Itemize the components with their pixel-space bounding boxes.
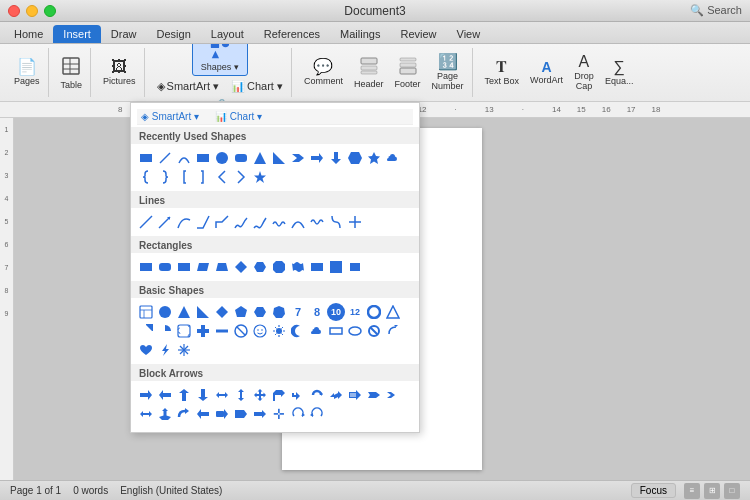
basic-heart[interactable] <box>137 341 155 359</box>
arrow-v-right[interactable] <box>384 386 402 404</box>
basic-oval-outline[interactable] <box>346 322 364 340</box>
dropcap-button[interactable]: A Drop Cap <box>570 52 598 93</box>
focus-button[interactable]: Focus <box>631 483 676 498</box>
basic-triangle[interactable] <box>175 303 193 321</box>
tab-insert[interactable]: Insert <box>53 25 101 43</box>
shapes-button[interactable]: Shapes ▾ <box>192 44 248 76</box>
smartart-dropdown-btn[interactable]: ◈ SmartArt ▾ <box>141 111 199 122</box>
arrow-curved-right[interactable] <box>327 386 345 404</box>
rect-solid2[interactable] <box>327 258 345 276</box>
comment-button[interactable]: 💬 Comment <box>300 52 347 93</box>
equation-button[interactable]: ∑ Equa... <box>601 52 638 93</box>
shape-brace-right[interactable] <box>156 168 174 186</box>
search-icon[interactable]: 🔍 Search <box>690 4 742 17</box>
basic-diamond[interactable] <box>213 303 231 321</box>
line-arc[interactable] <box>289 213 307 231</box>
basic-smiley[interactable] <box>251 322 269 340</box>
rect-wave[interactable] <box>289 258 307 276</box>
line-elbow[interactable] <box>194 213 212 231</box>
tab-view[interactable]: View <box>447 25 491 43</box>
shape-brace-left[interactable] <box>137 168 155 186</box>
basic-number-12[interactable]: 12 <box>346 303 364 321</box>
smartart-button[interactable]: ◈ SmartArt ▾ <box>153 78 223 95</box>
rect-solid-blue[interactable] <box>308 258 326 276</box>
table-button[interactable]: Table <box>57 54 87 92</box>
basic-isosceles[interactable] <box>384 303 402 321</box>
tab-references[interactable]: References <box>254 25 330 43</box>
arrow-right-block[interactable] <box>137 386 155 404</box>
tab-design[interactable]: Design <box>147 25 201 43</box>
minimize-button[interactable] <box>26 5 38 17</box>
shape-bracket-left[interactable] <box>175 168 193 186</box>
basic-cloud[interactable] <box>308 322 326 340</box>
shape-rect-solid[interactable] <box>194 149 212 167</box>
basic-rt-triangle[interactable] <box>194 303 212 321</box>
rect-octagon[interactable] <box>270 258 288 276</box>
shape-rounded-rect[interactable] <box>232 149 250 167</box>
basic-no-symbol[interactable] <box>232 322 250 340</box>
shape-arrow-down[interactable] <box>327 149 345 167</box>
arrow-notched[interactable] <box>365 386 383 404</box>
line-squiggly2[interactable] <box>308 213 326 231</box>
basic-lightning[interactable] <box>156 341 174 359</box>
rect-trapezoid[interactable] <box>213 258 231 276</box>
shape-star[interactable] <box>365 149 383 167</box>
shape-circle[interactable] <box>213 149 231 167</box>
page-number-button[interactable]: 🔢 Page Number <box>428 52 468 93</box>
shape-triangle[interactable] <box>251 149 269 167</box>
arrow-rotate-cw[interactable] <box>289 405 307 423</box>
shape-arrow-right[interactable] <box>308 149 326 167</box>
pages-button[interactable]: 📄 Pages <box>10 57 44 88</box>
line-wave[interactable] <box>270 213 288 231</box>
basic-number-8[interactable]: 8 <box>308 303 326 321</box>
rect-hexagon[interactable] <box>251 258 269 276</box>
basic-number-10[interactable]: 10 <box>327 303 345 321</box>
basic-minus[interactable] <box>213 322 231 340</box>
arrow-rotate-ccw[interactable] <box>308 405 326 423</box>
basic-no-sign[interactable] <box>365 322 383 340</box>
rect-snip-corner[interactable] <box>175 258 193 276</box>
arrow-striped[interactable] <box>346 386 364 404</box>
arrow-bent-up[interactable] <box>270 386 288 404</box>
view-icon-2[interactable]: ⊞ <box>704 483 720 499</box>
shape-angle-bracket-right[interactable] <box>232 168 250 186</box>
basic-snowflake[interactable] <box>175 341 193 359</box>
line-curved[interactable] <box>175 213 193 231</box>
shape-star-5pt[interactable] <box>251 168 269 186</box>
basic-curved-arrow[interactable] <box>384 322 402 340</box>
line-s-curve[interactable] <box>327 213 345 231</box>
line-cross[interactable] <box>346 213 364 231</box>
basic-rect-outline[interactable] <box>327 322 345 340</box>
rect-solid3[interactable] <box>346 258 364 276</box>
tab-draw[interactable]: Draw <box>101 25 147 43</box>
arrow-circular[interactable] <box>308 386 326 404</box>
line-straight[interactable] <box>137 213 155 231</box>
basic-sun[interactable] <box>270 322 288 340</box>
maximize-button[interactable] <box>44 5 56 17</box>
header-button[interactable]: Header <box>350 52 388 93</box>
arrow-curved2[interactable] <box>175 405 193 423</box>
shape-right-triangle[interactable] <box>270 149 288 167</box>
basic-chord[interactable] <box>137 322 155 340</box>
shape-line[interactable] <box>156 149 174 167</box>
footer-button[interactable]: Footer <box>391 52 425 93</box>
close-button[interactable] <box>8 5 20 17</box>
line-arrow[interactable] <box>156 213 174 231</box>
shape-chevron[interactable] <box>289 149 307 167</box>
basic-number-7[interactable]: 7 <box>289 303 307 321</box>
line-zigzag[interactable] <box>251 213 269 231</box>
shape-bracket-right[interactable] <box>194 168 212 186</box>
tab-layout[interactable]: Layout <box>201 25 254 43</box>
shape-flowchart-shape[interactable] <box>346 149 364 167</box>
arrow-pentagon[interactable] <box>232 405 250 423</box>
arrow-quad[interactable] <box>156 405 174 423</box>
rect-parallelogram[interactable] <box>194 258 212 276</box>
chart-dropdown-btn[interactable]: 📊 Chart ▾ <box>215 111 262 122</box>
wordart-button[interactable]: A WordArt <box>526 52 567 93</box>
arrow-lr-block[interactable] <box>213 386 231 404</box>
basic-donut[interactable] <box>365 303 383 321</box>
pictures-button[interactable]: 🖼 Pictures <box>99 57 140 88</box>
basic-pie[interactable] <box>156 322 174 340</box>
line-elbow2[interactable] <box>213 213 231 231</box>
arrow-left-block[interactable] <box>156 386 174 404</box>
